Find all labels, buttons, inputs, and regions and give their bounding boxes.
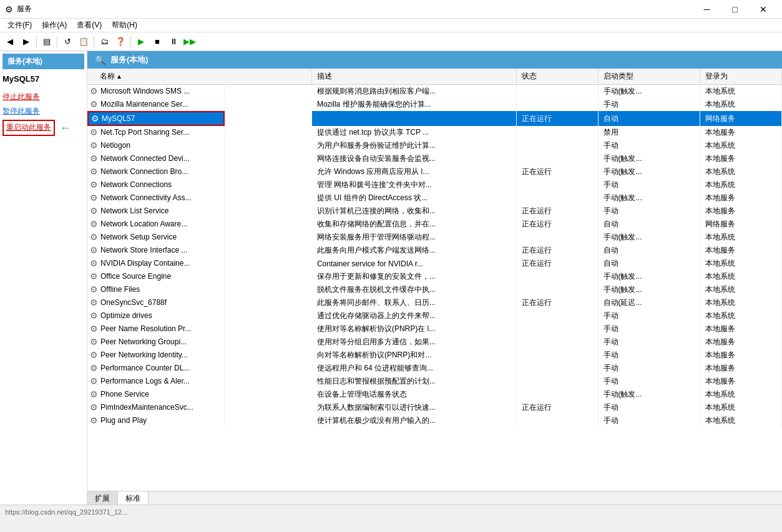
restart-service-button[interactable]: ▶▶ [182, 35, 197, 49]
search-icon: 🔍 [95, 55, 105, 65]
restart-service-link[interactable]: 重启动此服务 [6, 122, 51, 133]
table-row[interactable]: ⚙Microsoft Windows SMS ...根据规则将消息路由到相应客户… [87, 85, 782, 99]
tab-standard[interactable]: 标准 [118, 491, 149, 505]
service-name: Office Source Engine [100, 272, 171, 281]
table-row[interactable]: ⚙Performance Logs & Aler...性能日志和警报根据预配置的… [87, 375, 782, 388]
stop-service-button[interactable]: ■ [150, 35, 165, 49]
service-status: 正在运行 [516, 244, 598, 257]
service-name: Phone Service [100, 390, 149, 399]
service-login: 本地服务 [700, 244, 782, 257]
sidebar-service-name: MySQL57 [2, 72, 84, 86]
col-name[interactable]: 名称▲ [87, 69, 312, 85]
service-name: Performance Logs & Aler... [100, 377, 190, 385]
services-list: ⚙Microsoft Windows SMS ...根据规则将消息路由到相应客户… [87, 85, 782, 428]
tab-expand[interactable]: 扩展 [87, 491, 118, 505]
forward-button[interactable]: ▶ [19, 35, 34, 49]
help-btn2[interactable]: ❓ [113, 35, 128, 49]
service-desc: 提供通过 net.tcp 协议共享 TCP ... [312, 126, 516, 139]
col-login[interactable]: 登录为 [700, 69, 782, 85]
table-row[interactable]: ⚙Peer Networking Groupi...使用对等分组启用多方通信，如… [87, 336, 782, 349]
show-hide-button[interactable]: ▤ [39, 35, 54, 49]
table-row[interactable]: ⚙PimIndexMaintenanceSvc...为联系人数据编制索引以进行快… [87, 401, 782, 414]
table-row[interactable]: ⚙Net.Tcp Port Sharing Ser...提供通过 net.tcp… [87, 126, 782, 139]
table-row[interactable]: ⚙Network Setup Service网络安装服务用于管理网络驱动程...… [87, 231, 782, 244]
service-startup: 自动 [598, 257, 700, 270]
table-row[interactable]: ⚙Optimize drives通过优化存储驱动器上的文件来帮...手动本地系统 [87, 309, 782, 322]
table-row[interactable]: ⚙Network List Service识别计算机已连接的网络，收集和...正… [87, 205, 782, 218]
service-name: Peer Networking Identity... [100, 351, 188, 359]
content-area: 🔍 服务(本地) 名称▲ 描述 状态 启动类型 登录为 ⚙Microsoft W… [87, 51, 782, 505]
menu-view[interactable]: 查看(V) [72, 19, 107, 32]
start-service-button[interactable]: ▶ [134, 35, 149, 49]
service-status [516, 309, 598, 322]
service-gear-icon: ⚙ [90, 324, 98, 334]
table-row[interactable]: ⚙Network Store Interface ...此服务向用户模式客户端发… [87, 244, 782, 257]
col-status[interactable]: 状态 [516, 69, 598, 85]
table-row[interactable]: ⚙MySQL57正在运行自动网络服务 [87, 111, 782, 126]
service-name: NVIDIA Display Containe... [100, 259, 190, 268]
service-desc: 使计算机在极少或没有用户输入的... [312, 414, 516, 427]
back-button[interactable]: ◀ [2, 35, 17, 49]
table-row[interactable]: ⚙Network Connection Bro...允许 Windows 应用商… [87, 165, 782, 178]
service-name: MySQL57 [102, 114, 135, 123]
service-login: 本地服务 [700, 126, 782, 139]
service-login: 本地系统 [700, 388, 782, 401]
table-row[interactable]: ⚙OneSyncSvc_6788f此服务将同步邮件、联系人、日历...正在运行自… [87, 296, 782, 309]
table-row[interactable]: ⚙Netlogon为用户和服务身份验证维护此计算...手动本地系统 [87, 139, 782, 152]
service-gear-icon: ⚙ [90, 363, 98, 373]
service-gear-icon: ⚙ [90, 297, 98, 307]
table-row[interactable]: ⚙Offline Files脱机文件服务在脱机文件缓存中执...手动(触发...… [87, 283, 782, 296]
minimize-button[interactable]: ─ [693, 0, 721, 19]
table-row[interactable]: ⚙Network Connected Devi...网络连接设备自动安装服务会监… [87, 152, 782, 165]
export-list-button[interactable]: 📋 [76, 35, 91, 49]
service-desc: 脱机文件服务在脱机文件缓存中执... [312, 283, 516, 296]
stop-service-link[interactable]: 停止此服务 [2, 91, 84, 103]
table-row[interactable]: ⚙Peer Networking Identity...向对等名称解析协议(PN… [87, 349, 782, 362]
service-startup: 自动(延迟... [598, 296, 700, 309]
service-gear-icon: ⚙ [90, 193, 98, 203]
table-row[interactable]: ⚙Performance Counter DL...使远程用户和 64 位进程能… [87, 362, 782, 375]
table-row[interactable]: ⚙Peer Name Resolution Pr...使用对等名称解析协议(PN… [87, 322, 782, 336]
table-row[interactable]: ⚙Network Connectivity Ass...提供 UI 组件的 Di… [87, 191, 782, 205]
table-row[interactable]: ⚙Network Location Aware...收集和存储网络的配置信息，并… [87, 218, 782, 231]
service-startup: 手动(触发... [598, 283, 700, 296]
menu-help[interactable]: 帮助(H) [107, 19, 142, 32]
table-row[interactable]: ⚙NVIDIA Display Containe...Container ser… [87, 257, 782, 270]
service-desc: 保存用于更新和修复的安装文件，... [312, 270, 516, 283]
service-startup: 手动 [598, 401, 700, 414]
service-login: 本地系统 [700, 257, 782, 270]
table-row[interactable]: ⚙Office Source Engine保存用于更新和修复的安装文件，...手… [87, 270, 782, 283]
service-gear-icon: ⚙ [91, 114, 99, 123]
service-desc: 此服务向用户模式客户端发送网络... [312, 244, 516, 257]
col-startup[interactable]: 启动类型 [598, 69, 700, 85]
title-bar: ⚙ 服务 ─ □ ✕ [0, 0, 782, 19]
col-desc[interactable]: 描述 [312, 69, 516, 85]
services-table-wrapper[interactable]: 名称▲ 描述 状态 启动类型 登录为 ⚙Microsoft Windows SM… [87, 69, 782, 491]
table-row[interactable]: ⚙Plug and Play使计算机在极少或没有用户输入的...手动本地系统 [87, 414, 782, 427]
service-login: 网络服务 [700, 111, 782, 126]
menu-file[interactable]: 文件(F) [2, 19, 37, 32]
service-status [516, 375, 598, 388]
service-login: 本地服务 [700, 375, 782, 388]
service-gear-icon: ⚙ [90, 99, 98, 109]
refresh-list-button[interactable]: ↺ [60, 35, 75, 49]
service-name: Peer Networking Groupi... [100, 337, 187, 346]
pause-service-button[interactable]: ⏸ [166, 35, 181, 49]
table-row[interactable]: ⚙Mozilla Maintenance Ser...Mozilla 维护服务能… [87, 98, 782, 111]
service-desc: 管理 网络和拨号连接'文件夹中对... [312, 178, 516, 191]
service-login: 本地服务 [700, 336, 782, 349]
service-gear-icon: ⚙ [90, 245, 98, 255]
service-status: 正在运行 [516, 401, 598, 414]
table-row[interactable]: ⚙Network Connections管理 网络和拨号连接'文件夹中对...手… [87, 178, 782, 191]
service-gear-icon: ⚙ [90, 376, 98, 386]
prop-button[interactable]: 🗂 [97, 35, 112, 49]
close-button[interactable]: ✕ [749, 0, 777, 19]
menu-action[interactable]: 操作(A) [37, 19, 72, 32]
table-row[interactable]: ⚙Phone Service在设备上管理电话服务状态手动(触发...本地系统 [87, 388, 782, 401]
pause-service-link[interactable]: 暂停此服务 [2, 105, 84, 117]
service-status [516, 191, 598, 205]
service-status [516, 336, 598, 349]
service-gear-icon: ⚙ [90, 232, 98, 242]
service-startup: 手动 [598, 98, 700, 111]
maximize-button[interactable]: □ [721, 0, 749, 19]
